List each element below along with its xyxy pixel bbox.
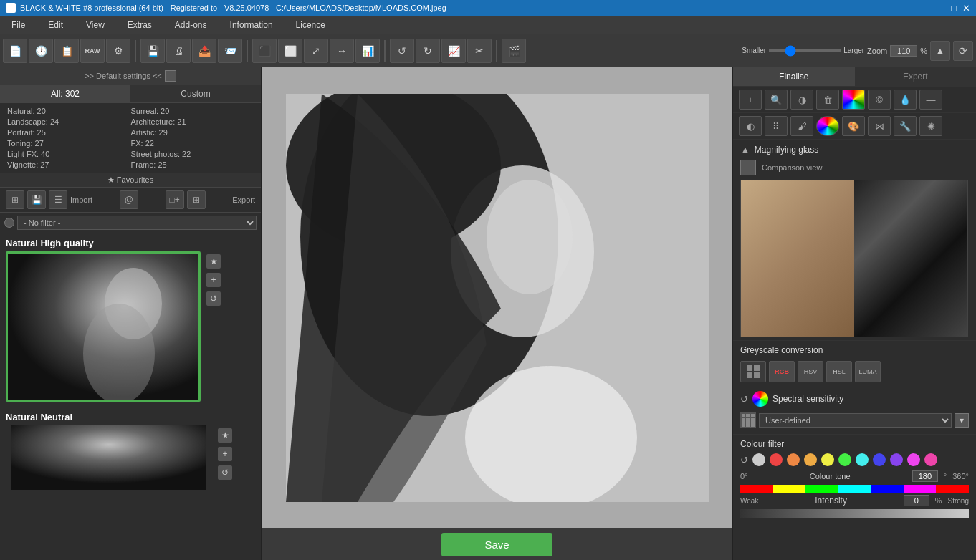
neutral-add-button[interactable]: + <box>218 447 232 461</box>
list-view-button[interactable]: ☰ <box>49 190 67 209</box>
close-button[interactable]: ✕ <box>962 3 970 14</box>
intensity-unit: % <box>935 496 942 505</box>
color-wheel-button[interactable] <box>842 90 865 110</box>
add-preset-button[interactable]: □+ <box>166 190 184 209</box>
halftone-button[interactable]: ◐ <box>739 116 762 136</box>
rotate-button[interactable]: ↺ <box>390 39 414 63</box>
user-defined-dropdown-button[interactable]: ▾ <box>955 413 969 428</box>
color-dot-orange[interactable] <box>787 453 800 466</box>
settings-pin-button[interactable] <box>165 70 176 82</box>
new-button[interactable]: 📄 <box>3 39 27 63</box>
print-button[interactable]: 🖨 <box>166 39 191 63</box>
history-button[interactable]: 🕐 <box>29 39 53 63</box>
tab-all[interactable]: All: 302 <box>0 85 130 102</box>
tool2-button[interactable]: ⬜ <box>278 39 302 63</box>
raw-button[interactable]: RAW <box>80 39 105 63</box>
network-button[interactable]: ⋈ <box>868 116 891 136</box>
tool4-button[interactable]: ↔ <box>330 39 354 63</box>
maximize-button[interactable]: □ <box>951 3 957 14</box>
contrast-button[interactable]: ◑ <box>790 90 813 110</box>
save-button[interactable]: 💾 <box>140 39 165 63</box>
grid-view-button[interactable]: ⊞ <box>6 190 24 209</box>
colorwheel2-button[interactable] <box>816 116 839 136</box>
filter-select[interactable]: - No filter - <box>17 216 257 230</box>
tool1-button[interactable]: ⬛ <box>252 39 277 63</box>
title-bar-controls[interactable]: — □ ✕ <box>936 3 970 14</box>
tool3-button[interactable]: ⤢ <box>304 39 328 63</box>
preset-grid: ★ + ↺ <box>0 251 261 407</box>
color-dot-green[interactable] <box>838 453 851 466</box>
colour-filter-refresh-button[interactable]: ↺ <box>740 455 748 465</box>
preset-stats: Natural: 20 Surreal: 20 Landscape: 24 Ar… <box>0 103 261 173</box>
wrench-button[interactable]: 🔧 <box>894 116 917 136</box>
color-dot-pink[interactable] <box>924 453 937 466</box>
menu-edit[interactable]: Edit <box>37 17 75 33</box>
watermark-button[interactable]: © <box>868 90 891 110</box>
zoom-in-button[interactable]: ▲ <box>930 41 950 61</box>
magnify-before-pane <box>741 180 854 337</box>
gs-hsl-button[interactable]: HSL <box>826 361 852 382</box>
gs-hsv-button[interactable]: HSV <box>798 361 823 382</box>
share-button[interactable]: 📨 <box>218 39 242 63</box>
color-dot-violet[interactable] <box>890 453 903 466</box>
favourite-star-button[interactable]: ★ <box>206 254 221 269</box>
colour-filter-header: Colour filter <box>740 439 969 449</box>
export-button[interactable]: 📤 <box>192 39 216 63</box>
color-dot-amber[interactable] <box>804 453 817 466</box>
gs-grid-button[interactable] <box>740 361 766 382</box>
color-dot-yellow[interactable] <box>821 453 834 466</box>
tab-finalise[interactable]: Finalise <box>733 67 855 86</box>
menu-view[interactable]: View <box>75 17 116 33</box>
gs-luma-button[interactable]: LUMA <box>855 361 881 382</box>
droplet-button[interactable]: 💧 <box>894 90 917 110</box>
delete-button[interactable]: 🗑 <box>816 90 839 110</box>
favourites-bar[interactable]: ★ Favourites <box>0 173 261 188</box>
palette-button[interactable]: 🎨 <box>842 116 865 136</box>
color-dot-blue[interactable] <box>873 453 886 466</box>
zoom-slider[interactable] <box>769 49 841 52</box>
neutral-refresh-button[interactable]: ↺ <box>218 465 232 480</box>
at-button[interactable]: @ <box>120 190 138 209</box>
redo-button[interactable]: ↻ <box>416 39 440 63</box>
brush-button[interactable]: 🖌 <box>790 116 813 136</box>
copy-button[interactable]: 📋 <box>54 39 79 63</box>
analyze-button[interactable]: 📈 <box>441 39 466 63</box>
greyscale-icons: RGB HSV HSL LUMA <box>740 361 969 382</box>
natural-neutral-thumbnail[interactable] <box>11 425 206 490</box>
menu-file[interactable]: File <box>0 17 37 33</box>
export-preset-button[interactable]: ⊞ <box>187 190 206 209</box>
neutral-star-button[interactable]: ★ <box>218 428 232 443</box>
menu-licence[interactable]: Licence <box>284 17 337 33</box>
intensity-slider[interactable] <box>740 509 969 518</box>
tool-row-1: + 🔍 ◑ 🗑 © 💧 — <box>733 87 976 113</box>
save-preset-button[interactable]: 💾 <box>27 190 46 209</box>
dots-button[interactable]: ⠿ <box>765 116 788 136</box>
rotate-cw-button[interactable]: ⟳ <box>953 41 973 61</box>
tab-expert[interactable]: Expert <box>855 67 977 86</box>
color-dot-cyan[interactable] <box>856 453 869 466</box>
menu-information[interactable]: Information <box>219 17 284 33</box>
refresh-button[interactable]: ↺ <box>206 291 221 306</box>
color-dot-magenta[interactable] <box>907 453 920 466</box>
color-dot-gray[interactable] <box>752 453 765 466</box>
histogram-button[interactable]: 📊 <box>355 39 380 63</box>
minimize-button[interactable]: — <box>936 3 945 14</box>
gs-rgb-button[interactable]: RGB <box>769 361 795 382</box>
menu-addons[interactable]: Add-ons <box>163 17 219 33</box>
spectral-refresh-button[interactable]: ↺ <box>740 394 748 405</box>
menu-extras[interactable]: Extras <box>116 17 163 33</box>
sun-button[interactable]: ✺ <box>919 116 942 136</box>
search-tool-button[interactable]: 🔍 <box>765 90 788 110</box>
preset-thumbnail[interactable] <box>6 251 201 402</box>
video-button[interactable]: 🎬 <box>502 39 526 63</box>
settings-button[interactable]: ⚙ <box>106 39 130 63</box>
user-defined-select[interactable]: User-defined <box>759 413 952 428</box>
colour-tone-slider[interactable] <box>740 485 969 493</box>
add-button[interactable]: + <box>206 273 221 287</box>
add-tool-button[interactable]: + <box>739 90 762 110</box>
color-dot-red[interactable] <box>770 453 783 466</box>
crop-button[interactable]: ✂ <box>467 39 492 63</box>
save-button[interactable]: Save <box>441 533 552 556</box>
tab-custom[interactable]: Custom <box>130 85 261 102</box>
minus-button[interactable]: — <box>919 90 942 110</box>
